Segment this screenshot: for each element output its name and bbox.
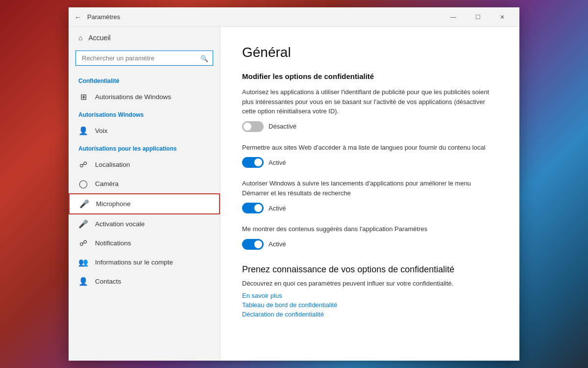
window-controls: — ☐ ✕: [442, 9, 514, 25]
advertising-description: Autorisez les applications à utiliser l'…: [242, 87, 498, 116]
sidebar-item-informations-compte[interactable]: 👥 Informations sur le compte: [69, 253, 220, 272]
contacts-icon: 👤: [78, 277, 88, 286]
localisation-icon: ☍: [78, 160, 88, 169]
voix-icon: 👤: [78, 126, 88, 135]
suggestions-toggle-row: Activé: [242, 239, 498, 250]
restore-button[interactable]: ☐: [466, 9, 489, 25]
search-input[interactable]: [75, 51, 213, 66]
sidebar-search-container: 🔍: [75, 51, 213, 66]
sidebar-item-voix-label: Voix: [95, 127, 108, 134]
sidebar-home-label: Accueil: [88, 34, 110, 42]
suggestions-toggle[interactable]: [242, 239, 264, 250]
languages-toggle-knob: [254, 158, 262, 166]
sidebar-compte-label: Informations sur le compte: [95, 259, 173, 266]
sidebar-item-label: Autorisations de Windows: [95, 93, 171, 101]
sidebar-item-activation-vocale[interactable]: 🎤 Activation vocale: [69, 214, 220, 234]
section1-title: Modifier les options de confidentialité: [242, 72, 498, 80]
sidebar-camera-label: Caméra: [95, 180, 119, 187]
section-label-confidentialite: Confidentialité: [69, 73, 220, 87]
autorisations-icon: ⊞: [78, 92, 88, 102]
content-panel: Général Modifier les options de confiden…: [220, 27, 519, 361]
advertising-toggle-knob: [244, 123, 251, 131]
advertising-toggle[interactable]: [242, 121, 264, 132]
sidebar-item-home[interactable]: ⌂ Accueil: [69, 27, 220, 49]
sidebar-contacts-label: Contacts: [95, 278, 121, 285]
sidebar-item-notifications[interactable]: ☍ Notifications: [69, 234, 220, 253]
sidebar-item-autorisations-windows-top[interactable]: ⊞ Autorisations de Windows: [69, 87, 220, 106]
sidebar-item-microphone[interactable]: 🎤 Microphone: [69, 193, 220, 214]
activation-vocale-icon: 🎤: [78, 219, 88, 229]
advertising-toggle-row: Désactivé: [242, 121, 498, 132]
tracking-toggle-label: Activé: [269, 205, 286, 212]
privacy-section: Prenez connaissance de vos options de co…: [242, 264, 498, 318]
back-button[interactable]: ←: [74, 13, 81, 21]
languages-toggle-row: Activé: [242, 157, 498, 168]
title-bar: ← Paramètres — ☐ ✕: [69, 7, 519, 27]
tracking-toggle[interactable]: [242, 203, 264, 213]
setting-tracking: Autoriser Windows à suivre les lancement…: [242, 179, 498, 213]
section-label-app-permissions: Autorisations pour les applications: [69, 140, 220, 155]
close-button[interactable]: ✕: [491, 9, 514, 25]
sidebar-item-camera[interactable]: ◯ Caméra: [69, 174, 220, 193]
sidebar-item-voix[interactable]: 👤 Voix: [69, 121, 220, 140]
privacy-link-en-savoir-plus[interactable]: En savoir plus: [242, 292, 498, 299]
camera-icon: ◯: [78, 179, 88, 188]
minimize-button[interactable]: —: [442, 9, 465, 25]
section-label-autorisations-windows: Autorisations Windows: [69, 106, 220, 121]
suggestions-description: Me montrer des contenus suggérés dans l'…: [242, 224, 498, 234]
window-title: Paramètres: [87, 13, 442, 21]
privacy-section-title: Prenez connaissance de vos options de co…: [242, 264, 498, 275]
languages-toggle-label: Activé: [269, 159, 286, 166]
advertising-toggle-label: Désactivé: [269, 123, 296, 130]
languages-description: Permettre aux sites Web d'accéder à ma l…: [242, 143, 498, 153]
sidebar-localisation-label: Localisation: [95, 161, 130, 168]
sidebar-item-contacts[interactable]: 👤 Contacts: [69, 272, 220, 291]
microphone-icon: 🎤: [79, 199, 89, 209]
sidebar-activation-vocale-label: Activation vocale: [95, 220, 145, 228]
setting-suggestions: Me montrer des contenus suggérés dans l'…: [242, 224, 498, 250]
sidebar-notifications-label: Notifications: [95, 239, 131, 247]
compte-icon: 👥: [78, 258, 88, 267]
search-icon: 🔍: [200, 54, 208, 62]
sidebar-microphone-label: Microphone: [96, 200, 131, 208]
tracking-toggle-row: Activé: [242, 203, 498, 213]
page-title: Général: [242, 45, 498, 60]
main-content: ⌂ Accueil 🔍 Confidentialité ⊞ Autorisati…: [69, 27, 519, 361]
tracking-description: Autoriser Windows à suivre les lancement…: [242, 179, 498, 198]
settings-window: ← Paramètres — ☐ ✕ ⌂ Accueil 🔍 Confident…: [69, 7, 519, 361]
notifications-icon: ☍: [78, 238, 88, 248]
setting-languages: Permettre aux sites Web d'accéder à ma l…: [242, 143, 498, 168]
privacy-section-description: Découvrez en quoi ces paramètres peuvent…: [242, 280, 498, 287]
sidebar-item-localisation[interactable]: ☍ Localisation: [69, 155, 220, 174]
home-icon: ⌂: [78, 34, 82, 42]
privacy-link-tableau-bord[interactable]: Tableau de bord de confidentialité: [242, 301, 498, 309]
setting-advertising: Autorisez les applications à utiliser l'…: [242, 87, 498, 132]
tracking-toggle-knob: [254, 204, 262, 212]
languages-toggle[interactable]: [242, 157, 264, 168]
privacy-link-declaration[interactable]: Déclaration de confidentialité: [242, 311, 498, 318]
suggestions-toggle-knob: [254, 240, 262, 248]
suggestions-toggle-label: Activé: [269, 240, 286, 248]
sidebar: ⌂ Accueil 🔍 Confidentialité ⊞ Autorisati…: [69, 27, 220, 361]
